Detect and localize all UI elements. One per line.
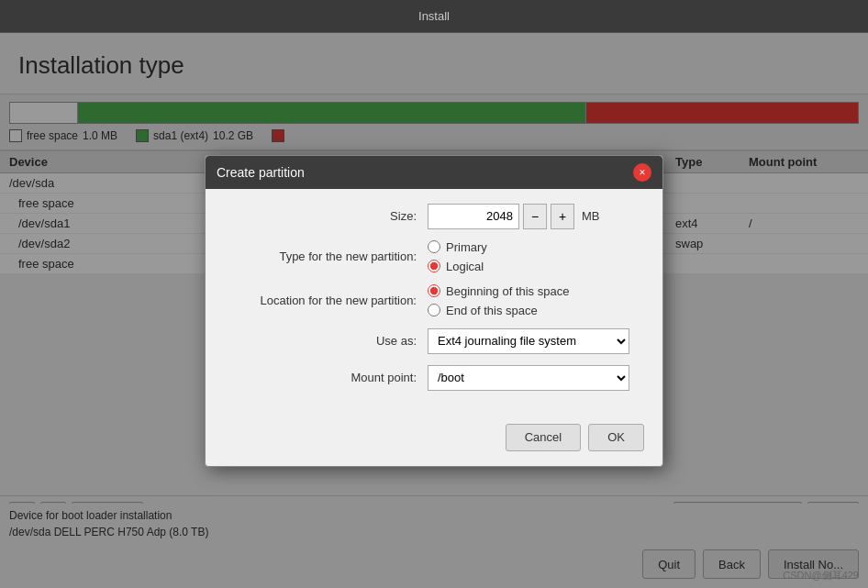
- use-as-label: Use as:: [224, 334, 417, 348]
- dialog-body: Size: − + MB Type for the new partition:: [206, 189, 662, 416]
- partition-type-label: Type for the new partition:: [224, 250, 417, 263]
- ok-button[interactable]: OK: [588, 424, 644, 451]
- radio-beginning-label: Beginning of this space: [446, 284, 569, 298]
- cancel-button[interactable]: Cancel: [506, 424, 581, 451]
- radio-end-label: End of this space: [446, 304, 538, 317]
- mount-point-label: Mount point:: [224, 371, 417, 384]
- radio-end[interactable]: End of this space: [428, 304, 569, 317]
- dialog-title: Create partition: [217, 165, 305, 180]
- size-label: Size:: [224, 209, 417, 223]
- top-bar: Install: [0, 0, 868, 33]
- radio-beginning[interactable]: Beginning of this space: [428, 284, 569, 298]
- main-content: Installation type free space 1.0 MB sda1…: [0, 33, 868, 588]
- location-label: Location for the new partition:: [224, 294, 417, 307]
- partition-type-radio-group: Primary Logical: [428, 240, 487, 273]
- dialog-close-button[interactable]: ×: [633, 163, 651, 182]
- radio-logical-label: Logical: [446, 260, 484, 273]
- size-input[interactable]: [428, 204, 519, 229]
- size-unit: MB: [582, 209, 600, 223]
- radio-beginning-input[interactable]: [428, 284, 440, 297]
- window-title: Install: [418, 9, 450, 23]
- dialog-title-bar: Create partition ×: [206, 156, 662, 189]
- location-radio-group: Beginning of this space End of this spac…: [428, 284, 569, 317]
- mount-point-row: Mount point: /boot / /home /tmp /usr /va…: [224, 365, 644, 391]
- partition-type-control: Primary Logical: [428, 240, 644, 273]
- radio-end-input[interactable]: [428, 304, 440, 316]
- mount-point-control: /boot / /home /tmp /usr /var /srv /opt: [428, 365, 644, 391]
- radio-primary-label: Primary: [446, 240, 487, 254]
- dialog-overlay: Create partition × Size: − + MB: [0, 33, 868, 588]
- partition-type-row: Type for the new partition: Primary Logi…: [224, 240, 644, 273]
- radio-logical-input[interactable]: [428, 260, 440, 272]
- size-plus-button[interactable]: +: [551, 204, 574, 229]
- use-as-row: Use as: Ext4 journaling file system Ext2…: [224, 328, 644, 354]
- use-as-select[interactable]: Ext4 journaling file system Ext2 file sy…: [428, 328, 629, 354]
- location-control: Beginning of this space End of this spac…: [428, 284, 644, 317]
- size-minus-button[interactable]: −: [523, 204, 547, 229]
- radio-primary-input[interactable]: [428, 240, 440, 253]
- create-partition-dialog: Create partition × Size: − + MB: [205, 155, 663, 467]
- location-row: Location for the new partition: Beginnin…: [224, 284, 644, 317]
- radio-logical[interactable]: Logical: [428, 260, 487, 273]
- mount-point-select[interactable]: /boot / /home /tmp /usr /var /srv /opt: [428, 365, 629, 391]
- use-as-control: Ext4 journaling file system Ext2 file sy…: [428, 328, 644, 354]
- radio-primary[interactable]: Primary: [428, 240, 487, 254]
- size-control: − + MB: [428, 204, 644, 229]
- size-row: Size: − + MB: [224, 204, 644, 229]
- dialog-footer: Cancel OK: [206, 416, 662, 466]
